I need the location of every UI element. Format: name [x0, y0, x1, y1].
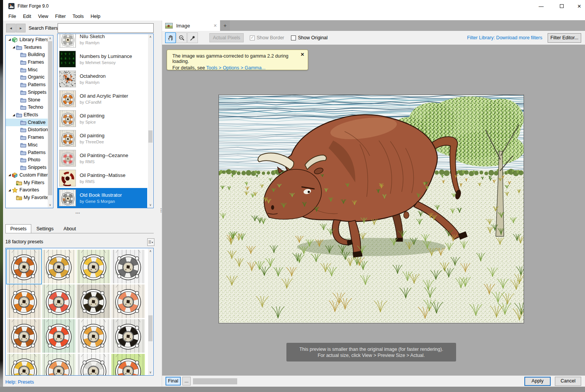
preset-tile-1[interactable]	[7, 250, 41, 283]
preset-tile-9[interactable]	[7, 319, 41, 353]
filter-item-nilu-sketch[interactable]: Nilu Sketchby Ramlyn	[58, 34, 147, 49]
tree-item-my-filters[interactable]: My Filters	[6, 179, 48, 186]
tree-scrollbar[interactable]: ∧ ∨	[48, 36, 53, 207]
preset-tile-4[interactable]	[111, 250, 145, 283]
preset-tile-6[interactable]	[42, 284, 76, 318]
tree-item-frames[interactable]: Frames	[6, 133, 48, 141]
filter-item-oil-painting-matisse[interactable]: Oil Painting--Matisseby RMS	[58, 168, 147, 188]
expander-icon[interactable]: ◢	[11, 45, 16, 49]
tree-item-library-filters[interactable]: ◢Library Filters	[6, 36, 48, 43]
tree-item-custom-filters[interactable]: ◢Custom Filters	[6, 171, 48, 179]
zoom-tool-button[interactable]	[176, 32, 187, 43]
tree-item-patterns[interactable]: Patterns	[6, 81, 48, 88]
tab-close-icon[interactable]: ✕	[214, 23, 217, 28]
tree-item-effects[interactable]: ◢Effects	[6, 111, 48, 119]
preset-tile-16[interactable]	[111, 354, 145, 376]
menu-edit[interactable]: Edit	[19, 13, 35, 20]
preset-menu-button[interactable]: ☰▼	[147, 238, 154, 246]
gamma-options-link[interactable]: Tools > Options > Gamma...	[206, 65, 266, 71]
preset-tile-13[interactable]	[7, 354, 41, 376]
tree-item-stone[interactable]: Stone	[6, 96, 48, 104]
tree-item-techno[interactable]: Techno	[6, 103, 48, 111]
preset-tile-2[interactable]	[42, 250, 76, 283]
app-icon	[8, 3, 14, 9]
apply-button[interactable]: Apply	[524, 377, 551, 386]
hand-tool-button[interactable]	[165, 32, 176, 43]
maximize-button[interactable]	[553, 0, 571, 12]
expander-icon[interactable]: ◢	[7, 188, 12, 192]
back-button[interactable]: ◄	[6, 24, 16, 32]
show-border-checkbox[interactable]	[250, 35, 255, 40]
filter-item-oil-painting[interactable]: Oil paintingby ThreeDee	[58, 129, 147, 148]
tree-item-building[interactable]: Building	[6, 51, 48, 58]
tree-item-snippets[interactable]: Snippets	[6, 88, 48, 96]
close-button[interactable]: ✕	[571, 0, 585, 12]
filter-item-oil-and-acrylic-painter[interactable]: Oil and Acrylic Painterby CFandM	[58, 89, 147, 109]
preset-tile-3[interactable]	[77, 250, 110, 283]
menu-tools[interactable]: Tools	[69, 13, 87, 20]
tree-item-snippets[interactable]: Snippets	[6, 164, 48, 171]
notification-close-icon[interactable]: ✕	[301, 52, 304, 57]
search-input[interactable]	[58, 23, 154, 33]
final-quality-button[interactable]: Final	[166, 377, 181, 386]
preview-image[interactable]	[219, 95, 524, 323]
preset-tile-7[interactable]	[77, 284, 110, 318]
tab-presets[interactable]: Presets	[5, 224, 31, 233]
tab-settings[interactable]: Settings	[31, 224, 58, 233]
preset-tile-11[interactable]	[77, 319, 110, 353]
scroll-up-icon[interactable]: ∧	[148, 34, 153, 39]
tree-item-my-favorites[interactable]: My Favorites	[6, 194, 48, 201]
tab-about[interactable]: About	[59, 224, 81, 233]
tree-item-misc[interactable]: Misc	[6, 66, 48, 74]
tree-item-creative[interactable]: Creative	[6, 119, 48, 126]
menu-view[interactable]: View	[35, 13, 52, 20]
menu-filter[interactable]: Filter	[52, 13, 69, 20]
filter-item-oil-painting[interactable]: Oil paintingby Spice	[58, 109, 147, 129]
filter-item-numbers-by-luminance[interactable]: 394168943549Numbers by Luminanceby Mehme…	[58, 49, 147, 69]
expander-icon[interactable]: ◢	[11, 113, 16, 117]
tree-item-textures[interactable]: ◢Textures	[6, 43, 48, 51]
tree-item-distortion[interactable]: Distortion	[6, 126, 48, 134]
scroll-up-icon[interactable]: ∧	[48, 36, 53, 41]
horizontal-splitter[interactable]: •••	[76, 211, 80, 215]
filter-item-oil-painting-cezanne[interactable]: Oil Painting--Cezanneby RMS	[58, 148, 147, 168]
preset-tile-10[interactable]	[42, 319, 76, 353]
filter-library-link[interactable]: Filter Library: Download more filters	[467, 35, 542, 40]
tree-item-misc[interactable]: Misc	[6, 141, 48, 149]
filter-item-old-book-illustrator[interactable]: Old Book Illustratorby Gene S Morgan	[58, 188, 147, 208]
minimize-button[interactable]: —	[532, 0, 550, 12]
cancel-button[interactable]: Cancel	[555, 377, 581, 386]
eyedropper-tool-button[interactable]	[187, 32, 198, 43]
tree-item-favorites[interactable]: ◢Favorites	[6, 186, 48, 194]
preset-tile-15[interactable]	[77, 354, 110, 376]
filter-item-octahedron[interactable]: Octahedronby Ramlyn	[58, 69, 147, 89]
show-original-checkbox[interactable]	[291, 35, 296, 40]
preset-tile-8[interactable]	[111, 284, 145, 318]
expander-icon[interactable]: ◢	[7, 38, 12, 41]
filter-list-scrollbar[interactable]: ∧ ∨	[148, 34, 153, 207]
quality-options-button[interactable]: ...	[182, 377, 191, 386]
preset-tile-5[interactable]	[7, 284, 41, 318]
expander-icon[interactable]: ◢	[7, 173, 12, 177]
menu-file[interactable]: File	[5, 13, 19, 20]
menu-help[interactable]: Help	[87, 13, 104, 20]
scroll-down-icon[interactable]: ∨	[148, 370, 153, 375]
scroll-thumb[interactable]	[148, 315, 153, 341]
scroll-down-icon[interactable]: ∨	[148, 202, 153, 207]
scroll-down-icon[interactable]: ∨	[48, 202, 53, 207]
scroll-up-icon[interactable]: ∧	[148, 249, 153, 254]
new-tab-button[interactable]: +	[220, 20, 230, 31]
tree-item-patterns[interactable]: Patterns	[6, 149, 48, 156]
tree-item-frames[interactable]: Frames	[6, 58, 48, 66]
tab-image[interactable]: Image ✕	[162, 20, 220, 31]
tree-item-photo[interactable]: Photo	[6, 156, 48, 164]
scroll-thumb[interactable]	[148, 130, 153, 143]
scroll-thumb[interactable]	[48, 41, 52, 195]
preset-tile-14[interactable]	[42, 354, 76, 376]
preset-scrollbar[interactable]: ∧ ∨	[148, 249, 153, 375]
help-presets-link[interactable]: Help: Presets	[5, 379, 34, 385]
forward-button[interactable]: ►	[16, 24, 26, 32]
preset-tile-12[interactable]	[111, 319, 145, 353]
tree-item-organic[interactable]: Organic	[6, 74, 48, 81]
filter-editor-button[interactable]: Filter Editor...	[548, 33, 581, 43]
